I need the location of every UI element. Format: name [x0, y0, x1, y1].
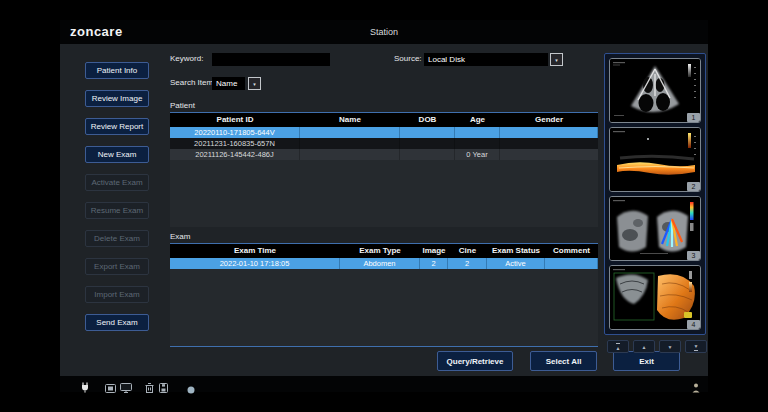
- exam-status-cell: Active: [487, 258, 545, 269]
- exam-type-cell: Abdomen: [340, 258, 420, 269]
- activate-exam-button: Activate Exam: [85, 174, 149, 191]
- exit-button[interactable]: Exit: [613, 351, 680, 371]
- review-image-button[interactable]: Review Image: [85, 90, 149, 107]
- app-window: zoncare Station Patient Info Review Imag…: [60, 20, 708, 392]
- chevron-down-icon: ▾: [253, 81, 256, 87]
- name-cell: [300, 138, 400, 149]
- keyword-label: Keyword:: [170, 54, 203, 63]
- thumbnail-number-badge: 3: [687, 251, 700, 260]
- title-bar: zoncare Station: [60, 20, 708, 44]
- name-cell: [300, 149, 400, 160]
- page-title: Station: [60, 27, 708, 37]
- patient-row[interactable]: 20220110-171805-644V: [170, 127, 598, 138]
- export-exam-button: Export Exam: [85, 258, 149, 275]
- column-header: Name: [300, 113, 400, 127]
- age-cell: 0 Year: [455, 149, 500, 160]
- review-report-button[interactable]: Review Report: [85, 118, 149, 135]
- screen: zoncare Station Patient Info Review Imag…: [0, 0, 768, 412]
- gender-cell: [500, 149, 598, 160]
- thumbnail-panel: 1: [604, 53, 706, 335]
- column-header: Gender: [500, 113, 598, 127]
- cine-count-cell: 2: [448, 258, 487, 269]
- exam-table-empty-area: [170, 269, 598, 346]
- thumbnail-4[interactable]: 4: [609, 265, 701, 330]
- thumbnail-number-badge: 1: [687, 113, 700, 122]
- source-label: Source:: [394, 54, 422, 63]
- scroll-first-button[interactable]: ▲: [607, 340, 629, 353]
- capture-icon: [105, 379, 116, 397]
- gender-cell: [500, 127, 598, 138]
- patient-table-header: Patient ID Name DOB Age Gender: [170, 113, 598, 127]
- patient-id-cell: 20211231-160835-657N: [170, 138, 300, 149]
- thumbnail-number-badge: 4: [687, 320, 700, 329]
- scroll-up-button[interactable]: ▲: [633, 340, 655, 353]
- dob-cell: [400, 127, 455, 138]
- patient-table: Patient ID Name DOB Age Gender 20220110-…: [170, 112, 598, 227]
- exam-time-cell: 2022-01-10 17:18:05: [170, 258, 340, 269]
- thumbnail-2[interactable]: 2: [609, 127, 701, 192]
- select-all-button[interactable]: Select All: [530, 351, 597, 371]
- scroll-down-icon: ▼: [668, 344, 673, 350]
- column-header: Age: [455, 113, 500, 127]
- dob-cell: [400, 149, 455, 160]
- patient-id-cell: 20211126-145442-486J: [170, 149, 300, 160]
- delete-exam-button: Delete Exam: [85, 230, 149, 247]
- scroll-down-button[interactable]: ▼: [659, 340, 681, 353]
- exam-section-label: Exam: [170, 232, 190, 241]
- column-header: Exam Status: [487, 244, 545, 258]
- age-cell: [455, 127, 500, 138]
- column-header: Comment: [545, 244, 598, 258]
- column-header: Image: [420, 244, 448, 258]
- scroll-last-button[interactable]: ▼: [685, 340, 707, 353]
- age-cell: [455, 138, 500, 149]
- resume-exam-button: Resume Exam: [85, 202, 149, 219]
- exam-table-header: Exam Time Exam Type Image Cine Exam Stat…: [170, 244, 598, 258]
- column-header: Exam Time: [170, 244, 340, 258]
- patient-row[interactable]: 20211126-145442-486J 0 Year: [170, 149, 598, 160]
- thumbnail-1[interactable]: 1: [609, 58, 701, 123]
- trash-icon: [145, 379, 154, 397]
- thumbnail-3[interactable]: 3: [609, 196, 701, 261]
- gender-cell: [500, 138, 598, 149]
- source-select[interactable]: Local Disk: [424, 53, 548, 66]
- name-cell: [300, 127, 400, 138]
- keyword-input[interactable]: [212, 53, 330, 66]
- monitor-icon: [120, 379, 132, 397]
- power-plug-icon: [80, 379, 90, 397]
- patient-section-label: Patient: [170, 101, 195, 110]
- scroll-first-icon: ▲: [616, 343, 621, 351]
- main-panel: Patient Info Review Image Review Report …: [60, 44, 708, 376]
- thumbnail-number-badge: 2: [687, 182, 700, 191]
- dob-cell: [400, 138, 455, 149]
- image-count-cell: 2: [420, 258, 448, 269]
- exam-table: Exam Time Exam Type Image Cine Exam Stat…: [170, 243, 598, 347]
- column-header: Patient ID: [170, 113, 300, 127]
- status-bar: [60, 376, 708, 392]
- patient-row[interactable]: 20211231-160835-657N: [170, 138, 598, 149]
- search-item-select[interactable]: Name: [212, 77, 245, 90]
- column-header: Exam Type: [340, 244, 420, 258]
- user-icon: [692, 379, 700, 397]
- import-exam-button: Import Exam: [85, 286, 149, 303]
- patient-table-empty-area: [170, 160, 598, 227]
- patient-id-cell: 20220110-171805-644V: [170, 127, 300, 138]
- new-exam-button[interactable]: New Exam: [85, 146, 149, 163]
- search-item-label: Search Item:: [170, 78, 215, 87]
- scroll-last-icon: ▼: [694, 343, 699, 351]
- scroll-up-icon: ▲: [642, 344, 647, 350]
- search-item-dropdown-button[interactable]: ▾: [248, 77, 261, 90]
- query-retrieve-button[interactable]: Query/Retrieve: [437, 351, 513, 371]
- chevron-down-icon: ▾: [555, 57, 558, 63]
- status-dot-icon: [187, 380, 195, 398]
- disk-icon: [159, 379, 168, 397]
- column-header: Cine: [448, 244, 487, 258]
- patient-info-button[interactable]: Patient Info: [85, 62, 149, 79]
- source-dropdown-button[interactable]: ▾: [550, 53, 563, 66]
- send-exam-button[interactable]: Send Exam: [85, 314, 149, 331]
- column-header: DOB: [400, 113, 455, 127]
- exam-row[interactable]: 2022-01-10 17:18:05 Abdomen 2 2 Active: [170, 258, 598, 269]
- comment-cell: [545, 258, 598, 269]
